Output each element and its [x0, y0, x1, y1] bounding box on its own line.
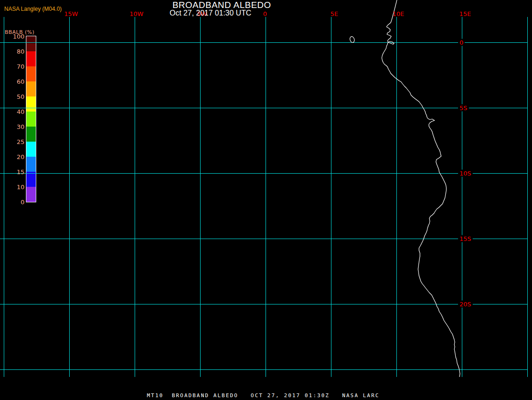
colorbar-tick-label: 25	[6, 139, 24, 145]
footer-caption: MT10 BROADBAND ALBEDO OCT 27, 2017 01:30…	[147, 392, 379, 399]
longitude-label-0: 0	[263, 11, 267, 17]
longitude-label-10W: 10W	[129, 11, 143, 17]
colorbar-tick-label: 100	[6, 33, 24, 40]
colorbar-tick-label: 20	[6, 154, 24, 160]
colorbar-tick-label: 70	[6, 64, 24, 70]
albedo-plot-screen: BBALB (%) 100807060504030252015100 15W10…	[0, 0, 532, 400]
latitude-label-20S: 20S	[458, 301, 473, 308]
longitude-label-10E: 10E	[393, 11, 404, 17]
colorbar-tick-label: 50	[6, 94, 24, 100]
colorbar-tick-label: 15	[6, 169, 24, 175]
colorbar-tick-label: 80	[6, 48, 24, 55]
colorbar-tick-label: 10	[6, 184, 24, 190]
credit-label: NASA Langley (M04.0)	[4, 6, 62, 12]
island-outline	[349, 36, 355, 43]
latitude-label-0: 0	[458, 39, 465, 46]
longitude-label-5E: 5E	[330, 11, 339, 17]
latitude-label-15S: 15S	[458, 235, 473, 242]
africa-coastline	[382, 0, 460, 377]
plot-subtitle: Oct 27, 2017 01:30 UTC	[169, 9, 251, 17]
colorbar-tick-label: 0	[6, 199, 24, 205]
colorbar-tick-label: 40	[6, 109, 24, 115]
plot-title: BROADBAND ALBEDO	[172, 0, 271, 9]
map-grid-coastline-svg	[0, 0, 532, 400]
colorbar-tick-label: 60	[6, 79, 24, 85]
latitude-label-10S: 10S	[458, 170, 473, 177]
latitude-label-5S: 5S	[458, 104, 469, 112]
longitude-label-15W: 15W	[64, 11, 78, 17]
longitude-label-15E: 15E	[459, 11, 471, 17]
colorbar-tick-label: 30	[6, 124, 24, 130]
